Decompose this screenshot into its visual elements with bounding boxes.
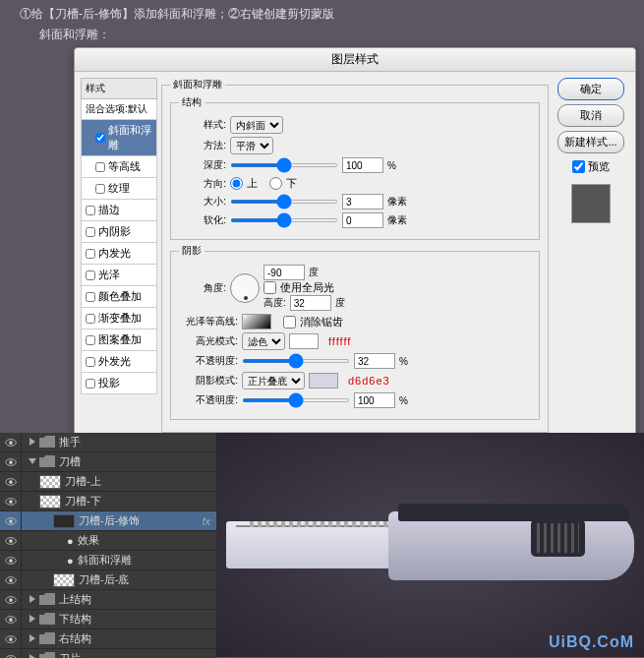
style-item-11[interactable]: 投影 [81, 373, 157, 394]
bevel-group-legend: 斜面和浮雕 [170, 78, 225, 91]
style-select[interactable]: 内斜面 [230, 116, 283, 134]
style-checkbox[interactable] [86, 292, 95, 302]
visibility-icon[interactable] [0, 433, 22, 451]
style-checkbox[interactable] [86, 270, 95, 280]
layer-row[interactable]: 刀槽-下 [0, 492, 216, 511]
fold-icon[interactable] [26, 614, 39, 626]
new-style-button[interactable]: 新建样式... [557, 131, 624, 153]
fold-icon[interactable] [26, 594, 39, 606]
soften-slider[interactable] [230, 218, 338, 222]
svg-point-7 [9, 500, 13, 504]
visibility-icon[interactable] [0, 492, 22, 510]
style-checkbox[interactable] [86, 379, 95, 389]
fold-icon[interactable] [26, 456, 39, 468]
style-item-6[interactable]: 光泽 [81, 265, 157, 286]
style-label: 内发光 [98, 246, 131, 261]
style-checkbox[interactable] [95, 133, 105, 143]
layer-row[interactable]: 下结构 [0, 610, 216, 629]
dir-up-radio[interactable] [230, 177, 243, 190]
angle-input[interactable] [263, 265, 305, 280]
highlight-opacity-slider[interactable] [242, 359, 350, 363]
visibility-icon[interactable] [0, 610, 22, 628]
fold-icon[interactable] [26, 437, 39, 449]
style-item-4[interactable]: 内阴影 [81, 221, 157, 243]
visibility-icon[interactable] [0, 531, 22, 550]
layer-row[interactable]: 刀槽-后-修饰fx [0, 511, 216, 531]
global-light-checkbox[interactable] [263, 281, 276, 294]
style-label: 光泽 [98, 268, 120, 282]
cancel-button[interactable]: 取消 [557, 104, 624, 127]
dir-down-label: 下 [286, 176, 297, 191]
layer-row[interactable]: 上结构 [0, 590, 216, 610]
visibility-icon[interactable] [0, 472, 22, 491]
highlight-color-swatch[interactable] [289, 333, 319, 349]
style-item-3[interactable]: 描边 [81, 200, 157, 221]
style-item-7[interactable]: 颜色叠加 [81, 286, 157, 308]
fx-bullet-icon: ● [67, 535, 74, 547]
blend-options-item[interactable]: 混合选项:默认 [81, 99, 157, 120]
shadow-opacity-input[interactable] [354, 392, 395, 408]
angle-label: 角度: [179, 281, 226, 295]
canvas-area: UiBQ.CoM [216, 433, 644, 657]
depth-input[interactable] [342, 157, 383, 173]
shadow-mode-select[interactable]: 正片叠底 [242, 372, 305, 389]
style-item-1[interactable]: 等高线 [81, 156, 157, 178]
style-item-5[interactable]: 内发光 [81, 243, 157, 265]
style-checkbox[interactable] [86, 227, 95, 237]
highlight-opacity-input[interactable] [354, 353, 395, 369]
style-checkbox[interactable] [86, 357, 95, 367]
fx-indicator[interactable]: fx [202, 515, 216, 527]
svg-point-13 [9, 559, 13, 563]
visibility-icon[interactable] [0, 649, 22, 658]
style-checkbox[interactable] [86, 249, 95, 259]
style-checkbox[interactable] [86, 314, 95, 324]
layer-name: 右结构 [59, 631, 91, 646]
style-item-9[interactable]: 图案叠加 [81, 329, 157, 351]
knife-illustration [226, 502, 639, 595]
visibility-icon[interactable] [0, 629, 22, 648]
visibility-icon[interactable] [0, 570, 22, 589]
shadow-color-swatch[interactable] [309, 373, 338, 389]
visibility-icon[interactable] [0, 590, 22, 609]
style-checkbox[interactable] [86, 335, 95, 345]
fold-icon[interactable] [26, 633, 39, 645]
size-input[interactable] [342, 194, 383, 209]
gloss-contour-picker[interactable] [242, 314, 271, 329]
soften-label: 软化: [179, 213, 226, 227]
layer-row[interactable]: 刀槽 [0, 452, 216, 472]
layer-row[interactable]: 刀片 [0, 649, 216, 658]
highlight-mode-select[interactable]: 滤色 [242, 332, 285, 350]
layer-row[interactable]: 推手 [0, 433, 216, 452]
style-checkbox[interactable] [95, 184, 105, 194]
soften-input[interactable] [342, 212, 383, 228]
depth-slider[interactable] [230, 163, 338, 167]
antialias-checkbox[interactable] [283, 316, 296, 329]
style-item-8[interactable]: 渐变叠加 [81, 308, 157, 329]
shadow-opacity-slider[interactable] [242, 398, 350, 402]
svg-point-1 [9, 441, 13, 445]
layer-name: 刀槽-下 [65, 494, 101, 508]
layer-row[interactable]: 右结构 [0, 629, 216, 649]
visibility-icon[interactable] [0, 452, 22, 471]
ok-button[interactable]: 确定 [557, 78, 624, 100]
style-item-10[interactable]: 外发光 [81, 351, 157, 373]
style-item-0[interactable]: 斜面和浮雕 [81, 120, 157, 156]
style-checkbox[interactable] [95, 162, 105, 172]
style-checkbox[interactable] [86, 206, 95, 215]
angle-dial[interactable] [230, 273, 260, 303]
style-item-2[interactable]: 纹理 [81, 178, 157, 200]
layer-row[interactable]: ●效果 [0, 531, 216, 551]
layer-row[interactable]: ●斜面和浮雕 [0, 551, 216, 570]
layer-name: 上结构 [59, 592, 91, 607]
fold-icon[interactable] [26, 653, 39, 659]
layer-row[interactable]: 刀槽-后-底 [0, 570, 216, 590]
preview-checkbox[interactable] [572, 160, 585, 173]
dir-down-radio[interactable] [269, 177, 282, 190]
layer-row[interactable]: 刀槽-上 [0, 472, 216, 492]
method-select[interactable]: 平滑 [230, 137, 273, 154]
altitude-input[interactable] [290, 295, 331, 311]
visibility-icon[interactable] [0, 551, 22, 569]
visibility-icon[interactable] [0, 511, 22, 530]
size-slider[interactable] [230, 200, 338, 204]
depth-label: 深度: [179, 158, 226, 172]
